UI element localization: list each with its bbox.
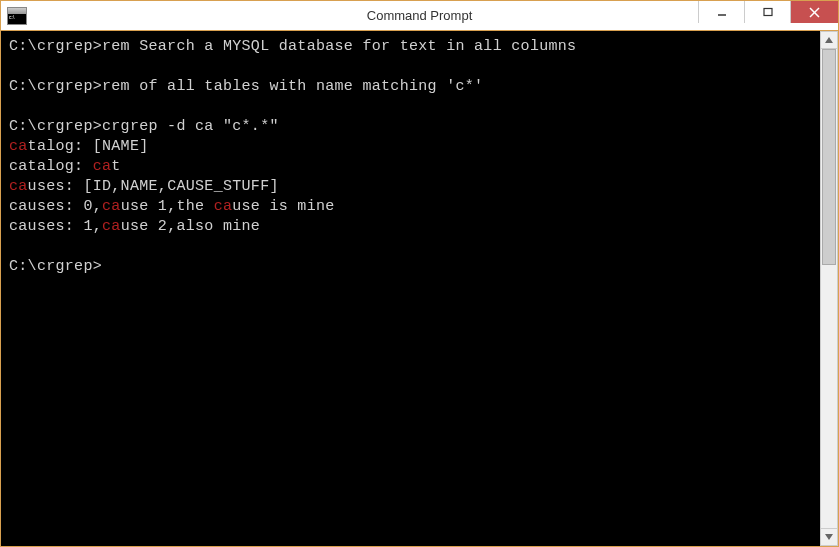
svg-marker-4 — [825, 37, 833, 43]
scrollbar-thumb[interactable] — [822, 49, 836, 265]
maximize-button[interactable] — [744, 1, 790, 23]
terminal-line — [9, 57, 812, 77]
svg-rect-1 — [764, 9, 772, 16]
command-prompt-window: c:\ Command Prompt C:\crgrep>rem Search … — [0, 0, 839, 547]
terminal-line — [9, 237, 812, 257]
scroll-up-button[interactable] — [820, 31, 838, 49]
close-button[interactable] — [790, 1, 838, 23]
terminal-line: catalog: [NAME] — [9, 137, 812, 157]
terminal-line: catalog: cat — [9, 157, 812, 177]
terminal-line: C:\crgrep>rem Search a MYSQL database fo… — [9, 37, 812, 57]
window-controls — [698, 1, 838, 30]
scroll-down-button[interactable] — [820, 528, 838, 546]
window-title: Command Prompt — [367, 8, 472, 23]
terminal-line: C:\crgrep>rem of all tables with name ma… — [9, 77, 812, 97]
minimize-button[interactable] — [698, 1, 744, 23]
terminal-line: causes: [ID,NAME,CAUSE_STUFF] — [9, 177, 812, 197]
terminal-line: C:\crgrep>crgrep -d ca "c*.*" — [9, 117, 812, 137]
terminal-line: causes: 0,cause 1,the cause is mine — [9, 197, 812, 217]
terminal-line: causes: 1,cause 2,also mine — [9, 217, 812, 237]
cmd-icon: c:\ — [7, 7, 27, 25]
terminal-output[interactable]: C:\crgrep>rem Search a MYSQL database fo… — [1, 31, 820, 546]
svg-marker-5 — [825, 534, 833, 540]
titlebar[interactable]: c:\ Command Prompt — [1, 1, 838, 31]
terminal-line — [9, 97, 812, 117]
vertical-scrollbar[interactable] — [820, 31, 838, 546]
scrollbar-track[interactable] — [820, 49, 838, 528]
content-area: C:\crgrep>rem Search a MYSQL database fo… — [1, 31, 838, 546]
terminal-line: C:\crgrep> — [9, 257, 812, 277]
